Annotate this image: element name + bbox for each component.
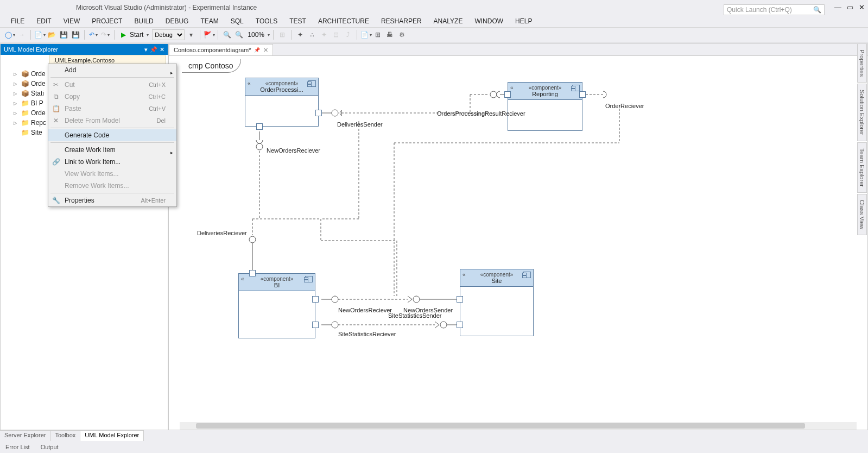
tool-icon[interactable]: 🚩: [204, 29, 214, 40]
side-tab-team-explorer[interactable]: Team Explorer: [857, 142, 867, 193]
config-more-icon[interactable]: ▾: [186, 29, 197, 40]
start-label[interactable]: Start: [130, 31, 145, 39]
tool-icon[interactable]: ⊞: [372, 29, 383, 40]
context-menu-item[interactable]: 🔧PropertiesAlt+Enter: [48, 194, 176, 206]
panel-title: UML Model Explorer: [4, 46, 58, 53]
port[interactable]: [315, 110, 322, 116]
menu-build[interactable]: BUILD: [129, 16, 159, 26]
menu-help[interactable]: HELP: [510, 16, 537, 26]
panel-header: UML Model Explorer ▾ 📌 ✕: [1, 44, 168, 55]
port[interactable]: [579, 91, 586, 98]
pin-icon[interactable]: 📌: [150, 46, 157, 53]
minimize-icon[interactable]: —: [834, 3, 841, 11]
save-button[interactable]: 💾: [58, 29, 69, 40]
zoom-in-icon[interactable]: 🔍: [221, 29, 232, 40]
port[interactable]: [256, 123, 263, 130]
quick-launch-input[interactable]: Quick Launch (Ctrl+Q) 🔍: [724, 4, 825, 15]
document-tabs: Contoso.componentdiagram* 📌 ✕ ▾: [169, 44, 867, 56]
zoom-out-icon[interactable]: 🔍: [233, 29, 244, 40]
svg-point-26: [413, 296, 420, 303]
context-menu-item: ✕Delete From ModelDel: [48, 115, 176, 127]
dropdown-icon[interactable]: ▾: [144, 46, 148, 53]
tab-error-list[interactable]: Error List: [0, 443, 35, 451]
context-menu-item[interactable]: Create Work Item: [48, 144, 176, 156]
connector-label: NewOrdersReciever: [267, 147, 320, 154]
menu-architecture[interactable]: ARCHITECTURE: [313, 16, 375, 26]
undo-button[interactable]: ↶: [88, 29, 99, 40]
separator: [114, 30, 115, 40]
component-orderprocessing[interactable]: ««component»OrderProcessi...: [245, 78, 319, 127]
forward-button[interactable]: →: [16, 29, 27, 40]
menu-edit[interactable]: EDIT: [31, 16, 56, 26]
menu-test[interactable]: TEST: [284, 16, 312, 26]
close-panel-icon[interactable]: ✕: [160, 46, 164, 53]
open-button[interactable]: 📂: [46, 29, 57, 40]
svg-point-24: [332, 296, 338, 303]
menu-resharper[interactable]: RESHARPER: [376, 16, 427, 26]
editor-area: Contoso.componentdiagram* 📌 ✕ ▾ cmp Cont…: [168, 43, 868, 430]
side-tab-solution-explorer[interactable]: Solution Explorer: [857, 84, 867, 141]
connector-label: SiteStatisticsReciever: [338, 331, 396, 337]
tool-icon[interactable]: ⛬: [307, 29, 318, 40]
tool-icon[interactable]: ✦: [319, 29, 330, 40]
menu-window[interactable]: WINDOW: [469, 16, 509, 26]
side-tab-properties[interactable]: Properties: [857, 43, 867, 83]
tab-output[interactable]: Output: [35, 443, 64, 451]
diagram-canvas[interactable]: cmp Contoso: [169, 56, 867, 421]
menu-sql[interactable]: SQL: [225, 16, 249, 26]
redo-button[interactable]: ↷: [100, 29, 111, 40]
menubar: FILE EDIT VIEW PROJECT BUILD DEBUG TEAM …: [0, 15, 868, 27]
tab-toolbox[interactable]: Toolbox: [50, 431, 80, 441]
port[interactable]: [504, 91, 511, 98]
menu-team[interactable]: TEAM: [195, 16, 224, 26]
context-menu-item[interactable]: Generate Code: [48, 129, 176, 141]
config-dropdown[interactable]: Debug: [152, 29, 185, 40]
tab-server-explorer[interactable]: Server Explorer: [0, 431, 50, 441]
start-button[interactable]: ▶: [118, 29, 129, 40]
tool-icon[interactable]: ⊡: [331, 29, 341, 40]
tool-icon[interactable]: 📄: [360, 29, 371, 40]
zoom-level[interactable]: 100%: [245, 31, 267, 39]
separator: [273, 30, 274, 40]
close-tab-icon[interactable]: ✕: [263, 47, 268, 54]
component-reporting[interactable]: ««component»Reporting: [508, 82, 582, 131]
pin-tab-icon[interactable]: 📌: [254, 47, 260, 53]
menu-debug[interactable]: DEBUG: [160, 16, 194, 26]
zoom-dropdown-icon[interactable]: ▾: [268, 33, 270, 37]
tool-icon[interactable]: ⤴: [343, 29, 353, 40]
svg-point-31: [440, 322, 447, 328]
component-bi[interactable]: ««component»BI: [238, 273, 315, 338]
port[interactable]: [249, 270, 256, 276]
context-menu-item[interactable]: 🔗Link to Work Item...: [48, 156, 176, 168]
menu-analyze[interactable]: ANALYZE: [428, 16, 468, 26]
side-tab-class-view[interactable]: Class View: [857, 194, 867, 235]
tab-label: Contoso.componentdiagram*: [174, 47, 251, 53]
port[interactable]: [312, 296, 319, 303]
restore-icon[interactable]: ▭: [847, 3, 853, 11]
tool-icon[interactable]: ⚙: [396, 29, 407, 40]
document-tab[interactable]: Contoso.componentdiagram* 📌 ✕: [169, 44, 273, 55]
separator: [357, 30, 357, 40]
svg-point-29: [332, 322, 338, 328]
menu-project[interactable]: PROJECT: [86, 16, 128, 26]
tool-icon[interactable]: ✦: [295, 29, 306, 40]
port[interactable]: [457, 296, 463, 303]
tool-icon[interactable]: ⊞: [277, 29, 288, 40]
start-dropdown-icon[interactable]: ▾: [147, 33, 149, 37]
tab-uml-model-explorer[interactable]: UML Model Explorer: [80, 431, 144, 441]
save-all-button[interactable]: 💾: [70, 29, 81, 40]
menu-tools[interactable]: TOOLS: [250, 16, 283, 26]
port[interactable]: [457, 322, 463, 328]
tool-icon[interactable]: 🖶: [384, 29, 395, 40]
port[interactable]: [312, 322, 319, 328]
horizontal-scrollbar[interactable]: [180, 422, 857, 430]
new-file-button[interactable]: 📄: [34, 29, 45, 40]
menu-file[interactable]: FILE: [5, 16, 30, 26]
component-site[interactable]: ««component»Site: [460, 269, 534, 336]
back-button[interactable]: ◯: [4, 29, 15, 40]
window-title: Microsoft Visual Studio (Administrator) …: [76, 4, 257, 11]
context-menu-item[interactable]: Add: [48, 64, 176, 76]
menu-view[interactable]: VIEW: [58, 16, 86, 26]
window-controls: — ▭ ✕: [834, 3, 865, 11]
close-icon[interactable]: ✕: [859, 3, 865, 11]
